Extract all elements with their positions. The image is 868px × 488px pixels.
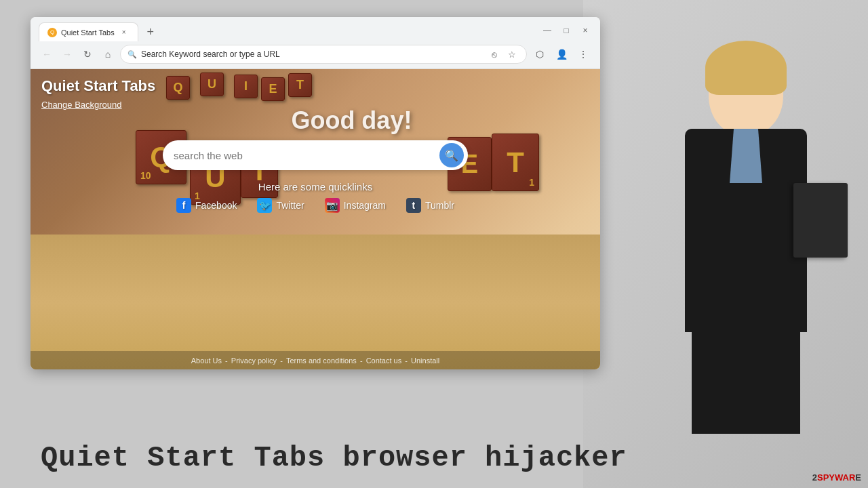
- window-controls: — □ ×: [540, 24, 592, 40]
- watermark-suffix: E: [855, 472, 861, 483]
- facebook-label: Facebook: [195, 200, 237, 211]
- greeting-text: Good day!: [291, 106, 412, 135]
- quicklink-instagram[interactable]: 📷 Instagram: [325, 198, 386, 213]
- new-tab-button[interactable]: +: [141, 22, 160, 41]
- extensions-button[interactable]: ⬡: [531, 45, 549, 63]
- tumblr-icon: t: [406, 198, 421, 213]
- home-button[interactable]: ⌂: [100, 46, 116, 62]
- twitter-label: Twitter: [276, 200, 304, 211]
- right-section: [583, 0, 868, 488]
- maximize-button[interactable]: □: [559, 24, 573, 37]
- search-input[interactable]: [174, 150, 439, 161]
- address-bar-row: ← → ↻ ⌂ 🔍 Search Keyword search or type …: [31, 41, 600, 68]
- search-bar: 🔍: [163, 140, 468, 170]
- browser-content: Q10 U1 I E T1 Q U I E T Quiet Start Tabs…: [31, 69, 600, 369]
- tile-small-5: T: [288, 73, 312, 97]
- bottom-caption-text: Quiet Start Tabs browser hijacker: [41, 442, 627, 474]
- footer-uninstall[interactable]: Uninstall: [411, 357, 439, 365]
- facebook-icon: f: [176, 198, 191, 213]
- tile-small-3: I: [234, 75, 258, 98]
- person-legs: [692, 325, 800, 434]
- quicklinks-row: f Facebook 🐦 Twitter 📷 Instagram t Tumbl…: [176, 198, 454, 213]
- tumblr-label: Tumblr: [425, 200, 454, 211]
- search-container: 🔍: [163, 140, 468, 170]
- page-background: Q10 U1 I E T1 Q U I E T Quiet Start Tabs…: [31, 69, 600, 369]
- browser-chrome: Q Quiet Start Tabs × + — □ ×: [31, 17, 600, 69]
- quicklinks-label: Here are some quicklinks: [258, 181, 372, 192]
- title-bar: Q Quiet Start Tabs × + — □ ×: [31, 17, 600, 41]
- search-icon: 🔍: [445, 149, 458, 162]
- page-title: Quiet Start Tabs: [41, 77, 155, 95]
- bookmark-button[interactable]: ☆: [505, 47, 519, 62]
- tile-small-4: E: [261, 77, 285, 101]
- url-actions: ⎋ ☆: [487, 47, 519, 62]
- share-url-button[interactable]: ⎋: [487, 47, 502, 62]
- person-figure: [637, 47, 854, 441]
- url-bar[interactable]: 🔍 Search Keyword search or type a URL ⎋ …: [120, 45, 527, 64]
- instagram-label: Instagram: [344, 200, 386, 211]
- footer-terms[interactable]: Terms and conditions: [286, 357, 357, 365]
- footer-sep2: -: [280, 357, 283, 365]
- url-text: Search Keyword search or type a URL: [141, 49, 483, 59]
- change-background-link[interactable]: Change Background: [41, 100, 122, 110]
- quicklink-twitter[interactable]: 🐦 Twitter: [257, 198, 304, 213]
- footer-privacy[interactable]: Privacy policy: [231, 357, 277, 365]
- tab-close-button[interactable]: ×: [119, 27, 130, 38]
- quicklink-tumblr[interactable]: t Tumblr: [406, 198, 454, 213]
- watermark-brand: SPYWAR: [817, 472, 855, 483]
- profile-button[interactable]: 👤: [553, 45, 570, 63]
- instagram-icon: 📷: [325, 198, 340, 213]
- twitter-icon: 🐦: [257, 198, 272, 213]
- footer-sep4: -: [405, 357, 408, 365]
- browser-window: Q Quiet Start Tabs × + — □ ×: [31, 17, 600, 369]
- tile-small-2: U: [200, 73, 224, 96]
- search-button[interactable]: 🔍: [439, 143, 464, 167]
- person-book: [793, 183, 848, 258]
- person-hair: [705, 41, 787, 95]
- footer-sep3: -: [360, 357, 363, 365]
- tab-favicon: Q: [47, 28, 57, 37]
- browser-tab[interactable]: Q Quiet Start Tabs ×: [39, 22, 138, 41]
- footer-contact[interactable]: Contact us: [366, 357, 402, 365]
- url-search-icon: 🔍: [127, 50, 137, 59]
- refresh-button[interactable]: ↻: [79, 46, 96, 62]
- watermark: 2SPYWARE: [812, 472, 861, 483]
- close-window-button[interactable]: ×: [578, 24, 592, 37]
- minimize-button[interactable]: —: [540, 24, 554, 37]
- quicklink-facebook[interactable]: f Facebook: [176, 198, 237, 213]
- footer-about[interactable]: About Us: [191, 357, 222, 365]
- watermark-prefix: 2: [812, 472, 817, 483]
- bottom-caption: Quiet Start Tabs browser hijacker: [41, 442, 627, 474]
- footer-sep1: -: [225, 357, 228, 365]
- tab-label: Quiet Start Tabs: [61, 28, 115, 37]
- tile-small-1: Q: [166, 76, 190, 100]
- forward-button[interactable]: →: [59, 46, 75, 62]
- back-button[interactable]: ←: [39, 46, 55, 62]
- tile-t: T1: [492, 134, 539, 191]
- menu-button[interactable]: ⋮: [574, 45, 592, 63]
- footer-links: About Us - Privacy policy - Terms and co…: [31, 351, 600, 369]
